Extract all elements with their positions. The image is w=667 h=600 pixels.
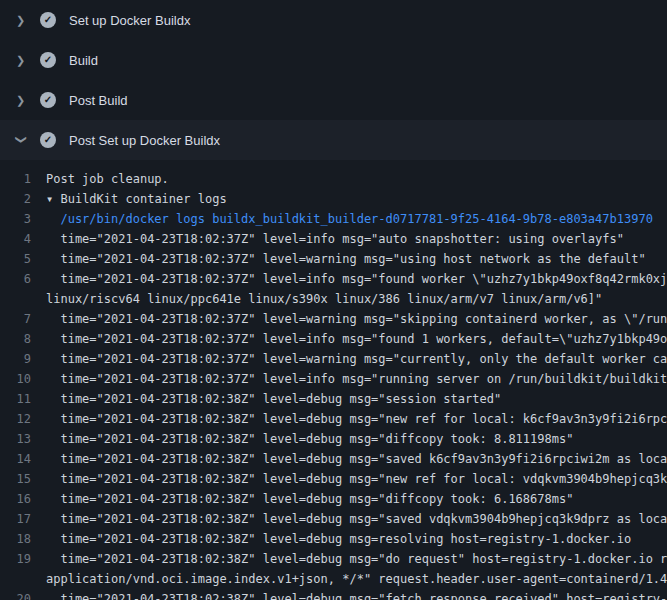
- log-line-number[interactable]: 15: [0, 469, 46, 489]
- check-circle-icon: ✓: [40, 52, 56, 68]
- log-line: 6 time="2021-04-23T18:02:37Z" level=info…: [0, 269, 667, 309]
- log-line: 12 time="2021-04-23T18:02:38Z" level=deb…: [0, 409, 667, 429]
- log-line-number[interactable]: 1: [0, 169, 46, 189]
- log-line: 7 time="2021-04-23T18:02:37Z" level=warn…: [0, 309, 667, 329]
- log-line-number[interactable]: 2: [0, 189, 46, 209]
- log-line-number[interactable]: 6: [0, 269, 46, 309]
- log-line: 17 time="2021-04-23T18:02:38Z" level=deb…: [0, 509, 667, 529]
- step-header-post-set-up-docker-buildx[interactable]: ❯✓Post Set up Docker Buildx: [0, 120, 667, 160]
- log-line-number[interactable]: 7: [0, 309, 46, 329]
- log-text: time="2021-04-23T18:02:37Z" level=info m…: [46, 329, 667, 349]
- log-line: 11 time="2021-04-23T18:02:38Z" level=deb…: [0, 389, 667, 409]
- log-text: time="2021-04-23T18:02:37Z" level=info m…: [46, 229, 667, 249]
- log-text: time="2021-04-23T18:02:38Z" level=debug …: [46, 389, 667, 409]
- log-line-number[interactable]: 4: [0, 229, 46, 249]
- log-text: Post job cleanup.: [46, 169, 667, 189]
- log-text: time="2021-04-23T18:02:38Z" level=debug …: [46, 509, 667, 529]
- check-circle-icon: ✓: [40, 12, 56, 28]
- log-line: 18 time="2021-04-23T18:02:38Z" level=deb…: [0, 529, 667, 549]
- log-line-number[interactable]: 3: [0, 209, 46, 229]
- log-lines: 1Post job cleanup.2▾ BuildKit container …: [0, 160, 667, 600]
- log-line: 1Post job cleanup.: [0, 169, 667, 189]
- log-line-number[interactable]: 14: [0, 449, 46, 469]
- log-line-number[interactable]: 17: [0, 509, 46, 529]
- step-title: Post Build: [69, 93, 128, 108]
- log-line-number[interactable]: 8: [0, 329, 46, 349]
- check-circle-icon: ✓: [40, 92, 56, 108]
- chevron-right-icon[interactable]: ❯: [16, 95, 27, 106]
- log-line: 19 time="2021-04-23T18:02:38Z" level=deb…: [0, 549, 667, 589]
- log-text: time="2021-04-23T18:02:38Z" level=debug …: [46, 549, 667, 589]
- log-text: time="2021-04-23T18:02:37Z" level=warnin…: [46, 309, 667, 329]
- step-list: ❯✓Set up Docker Buildx❯✓Build❯✓Post Buil…: [0, 0, 667, 600]
- check-circle-icon: ✓: [40, 132, 56, 148]
- step-title: Post Set up Docker Buildx: [69, 133, 220, 148]
- chevron-right-icon[interactable]: ❯: [16, 55, 27, 66]
- log-line: 20 time="2021-04-23T18:02:38Z" level=deb…: [0, 589, 667, 600]
- log-line: 9 time="2021-04-23T18:02:37Z" level=warn…: [0, 349, 667, 369]
- log-text: time="2021-04-23T18:02:38Z" level=debug …: [46, 429, 667, 449]
- log-line-number[interactable]: 5: [0, 249, 46, 269]
- log-line-number[interactable]: 13: [0, 429, 46, 449]
- log-text: time="2021-04-23T18:02:38Z" level=debug …: [46, 449, 667, 469]
- workflow-log-panel: ❯✓Set up Docker Buildx❯✓Build❯✓Post Buil…: [0, 0, 667, 600]
- log-line: 13 time="2021-04-23T18:02:38Z" level=deb…: [0, 429, 667, 449]
- log-line-number[interactable]: 10: [0, 369, 46, 389]
- log-line: 4 time="2021-04-23T18:02:37Z" level=info…: [0, 229, 667, 249]
- chevron-right-icon[interactable]: ❯: [16, 15, 27, 26]
- chevron-down-icon[interactable]: ❯: [16, 135, 27, 146]
- log-line: 5 time="2021-04-23T18:02:37Z" level=warn…: [0, 249, 667, 269]
- log-line: 3 /usr/bin/docker logs buildx_buildkit_b…: [0, 209, 667, 229]
- log-line-number[interactable]: 16: [0, 489, 46, 509]
- log-line: 16 time="2021-04-23T18:02:38Z" level=deb…: [0, 489, 667, 509]
- log-line-number[interactable]: 11: [0, 389, 46, 409]
- log-line: 14 time="2021-04-23T18:02:38Z" level=deb…: [0, 449, 667, 469]
- step-header-build[interactable]: ❯✓Build: [0, 40, 667, 80]
- log-line-number[interactable]: 18: [0, 529, 46, 549]
- log-group-title: ▾ BuildKit container logs: [46, 189, 667, 209]
- log-text: time="2021-04-23T18:02:37Z" level=info m…: [46, 269, 667, 309]
- log-line-number[interactable]: 19: [0, 549, 46, 589]
- log-text: time="2021-04-23T18:02:37Z" level=warnin…: [46, 349, 667, 369]
- log-line: 2▾ BuildKit container logs: [0, 189, 667, 209]
- log-text: time="2021-04-23T18:02:37Z" level=warnin…: [46, 249, 667, 269]
- log-text: time="2021-04-23T18:02:38Z" level=debug …: [46, 589, 667, 600]
- step-title: Build: [69, 53, 98, 68]
- step-title: Set up Docker Buildx: [69, 13, 190, 28]
- log-line-number[interactable]: 9: [0, 349, 46, 369]
- log-line-number[interactable]: 12: [0, 409, 46, 429]
- log-line-number[interactable]: 20: [0, 589, 46, 600]
- log-text: time="2021-04-23T18:02:38Z" level=debug …: [46, 409, 667, 429]
- log-text: time="2021-04-23T18:02:38Z" level=debug …: [46, 469, 667, 489]
- log-text: time="2021-04-23T18:02:38Z" level=debug …: [46, 529, 667, 549]
- log-text: time="2021-04-23T18:02:38Z" level=debug …: [46, 489, 667, 509]
- step-header-post-build[interactable]: ❯✓Post Build: [0, 80, 667, 120]
- log-text: time="2021-04-23T18:02:37Z" level=info m…: [46, 369, 667, 389]
- step-header-set-up-docker-buildx[interactable]: ❯✓Set up Docker Buildx: [0, 0, 667, 40]
- log-line: 8 time="2021-04-23T18:02:37Z" level=info…: [0, 329, 667, 349]
- log-command-text: /usr/bin/docker logs buildx_buildkit_bui…: [46, 209, 667, 229]
- log-line: 10 time="2021-04-23T18:02:37Z" level=inf…: [0, 369, 667, 389]
- log-line: 15 time="2021-04-23T18:02:38Z" level=deb…: [0, 469, 667, 489]
- triangle-down-icon[interactable]: ▾: [46, 192, 53, 206]
